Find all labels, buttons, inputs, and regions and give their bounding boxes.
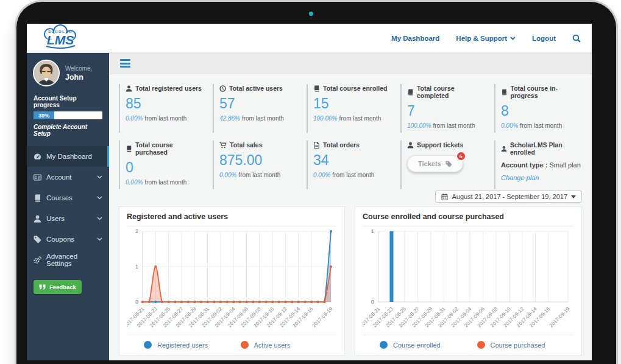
quote-icon <box>39 284 46 290</box>
chevron-down-icon <box>510 37 516 40</box>
top-nav-logout[interactable]: Logout <box>532 35 556 42</box>
user-icon <box>407 142 414 149</box>
user-profile: Welcome, John <box>27 53 109 91</box>
date-range-picker[interactable]: August 21, 2017 - September 19, 2017 <box>435 191 582 203</box>
sidebar-nav: My Dashboard Account <box>27 146 109 270</box>
bar-chart-enrolled-purchased: 012017-08-212017-08-232017-08-252017-08-… <box>363 226 574 335</box>
change-plan-link[interactable]: Change plan <box>501 174 539 181</box>
stat-total-course-purchased: Total course purchased 0 0.00%from last … <box>119 141 207 189</box>
stat-value: 34 <box>313 152 394 169</box>
book-icon <box>126 145 132 152</box>
scholar-lms-logo: SCHOLAR LMS <box>35 24 85 53</box>
date-row: August 21, 2017 - September 19, 2017 <box>119 191 582 203</box>
stat-percent: 0.00% <box>501 122 518 129</box>
stat-value: 85 <box>126 96 207 112</box>
stat-total-orders: Total orders 34 0.00%from last month <box>307 141 394 189</box>
toolbar <box>109 53 592 74</box>
hamburger-menu-icon[interactable] <box>119 57 132 71</box>
stat-total-course-enrolled: Total course enrolled 15 100.00%from las… <box>307 84 394 133</box>
stat-percent: 100.00% <box>313 115 337 122</box>
top-nav-label: Help & Support <box>456 35 507 42</box>
stat-note: from last month <box>339 115 381 122</box>
stat-percent: 100.00% <box>407 122 431 129</box>
progress-fill: 30% <box>34 111 54 119</box>
legend-item[interactable]: Course purchased <box>477 341 575 349</box>
svg-text:1: 1 <box>135 264 138 270</box>
sidebar-item-users[interactable]: Users <box>27 208 109 229</box>
feedback-button[interactable]: Feedback <box>34 280 82 294</box>
stat-note: from last month <box>242 115 284 122</box>
progress-bar: 30% <box>34 111 102 119</box>
tags-icon <box>34 236 41 243</box>
sidebar-item-label: Users <box>46 215 65 222</box>
main-area: Total registered users 85 0.00%from last… <box>109 53 592 360</box>
search-icon <box>572 34 581 43</box>
stat-total-course-completed: Total course completed 7 100.00%from las… <box>400 84 488 133</box>
tickets-button[interactable]: Tickets 5 <box>407 155 463 172</box>
user-icon <box>126 85 132 92</box>
feedback-label: Feedback <box>49 284 76 290</box>
sidebar-item-coupons[interactable]: Coupons <box>27 229 109 250</box>
legend-dot <box>144 341 152 349</box>
legend-label: Active users <box>254 341 291 349</box>
stat-value: 7 <box>407 103 488 119</box>
top-nav-my-dashboard[interactable]: My Dashboard <box>391 35 439 42</box>
complete-account-setup-link[interactable]: Complete Account Setup <box>34 124 102 137</box>
stat-percent: 0.00% <box>219 172 236 178</box>
line-chart-registered-active: 0122017-08-212017-08-232017-08-252017-08… <box>127 226 337 335</box>
stat-note: from last month <box>144 179 186 186</box>
legend-item[interactable]: Active users <box>241 341 338 349</box>
screen: SCHOLAR LMS My Dashboard Help & Support … <box>27 24 592 360</box>
legend-label: Course enrolled <box>393 341 441 349</box>
stats-row-1: Total registered users 85 0.00%from last… <box>119 84 582 133</box>
book-icon <box>501 89 508 96</box>
welcome-label: Welcome, <box>65 65 92 72</box>
svg-text:0: 0 <box>371 299 374 305</box>
account-type-value: Small plan <box>549 161 580 169</box>
clock-icon <box>219 85 226 92</box>
setup-progress-label: Account Setup progress <box>34 95 102 108</box>
date-range-text: August 21, 2017 - September 19, 2017 <box>452 193 567 200</box>
stat-label: Support tickets <box>417 141 463 149</box>
sidebar-item-advanced-settings[interactable]: Advanced Settings <box>27 250 109 270</box>
legend-item[interactable]: Course enrolled <box>380 341 477 349</box>
legend-item[interactable]: Registered users <box>144 341 241 349</box>
sidebar: Welcome, John Account Setup progress 30%… <box>27 53 109 360</box>
book-icon <box>313 85 320 92</box>
sidebar-item-account[interactable]: Account <box>27 167 109 187</box>
page-background: SCHOLAR LMS My Dashboard Help & Support … <box>0 0 621 364</box>
sidebar-item-label: Advanced Settings <box>46 253 102 267</box>
stat-total-sales: Total sales 875.00 0.00%from last month <box>213 141 300 189</box>
tickets-button-label: Tickets <box>418 160 441 167</box>
stat-label: Total registered users <box>135 85 202 92</box>
gears-icon <box>34 256 41 264</box>
stat-value: 15 <box>313 96 394 112</box>
stats-row-2: Total course purchased 0 0.00%from last … <box>119 141 582 189</box>
sidebar-item-label: Courses <box>46 194 73 201</box>
stat-value: 875.00 <box>219 152 300 169</box>
book-icon <box>34 194 41 202</box>
svg-text:0: 0 <box>135 299 138 305</box>
search-button[interactable] <box>572 34 581 43</box>
top-nav-help-support[interactable]: Help & Support <box>456 35 516 42</box>
tickets-badge: 5 <box>456 151 466 161</box>
support-tickets-card: Support tickets Tickets 5 <box>400 141 488 189</box>
legend-label: Registered users <box>157 341 208 349</box>
stat-percent: 0.00% <box>126 179 143 186</box>
charts-row: Registered and active users 0122017-08-2… <box>119 206 582 355</box>
id-card-icon <box>34 173 41 181</box>
chart-panel-enrolled-purchased: Course enrolled and course purchased 012… <box>355 206 582 355</box>
sidebar-item-label: My Dashboard <box>46 153 92 160</box>
chevron-down-icon <box>97 175 102 179</box>
sidebar-item-courses[interactable]: Courses <box>27 187 109 208</box>
stat-percent: 0.00% <box>313 172 330 178</box>
stat-note: from last month <box>144 115 186 122</box>
stat-total-registered-users: Total registered users 85 0.00%from last… <box>119 84 207 133</box>
sidebar-item-my-dashboard[interactable]: My Dashboard <box>27 146 109 167</box>
user-icon <box>501 145 507 152</box>
stat-label: Total active users <box>229 85 283 92</box>
cart-icon <box>219 142 227 149</box>
stat-value: 57 <box>219 96 300 112</box>
stat-label: Total course enrolled <box>323 85 387 92</box>
sidebar-item-label: Account <box>46 173 72 181</box>
